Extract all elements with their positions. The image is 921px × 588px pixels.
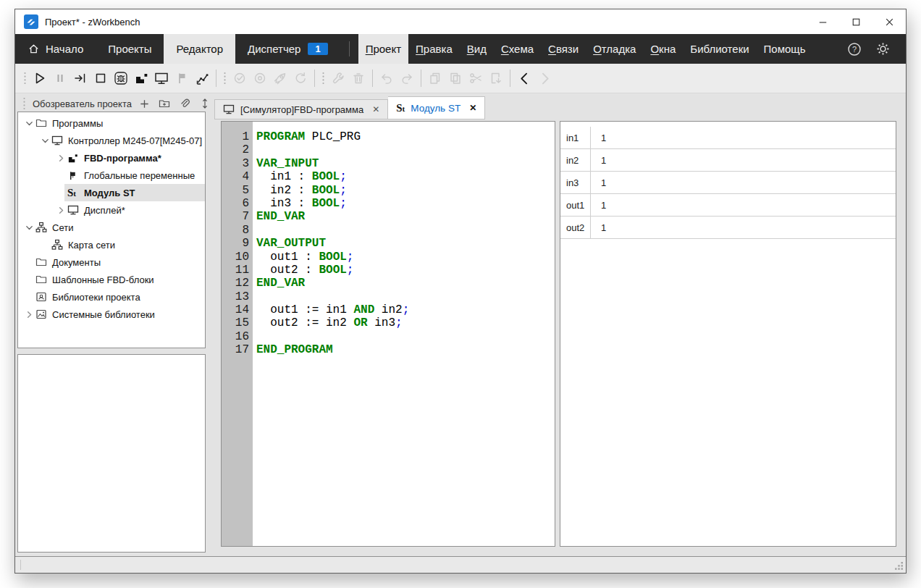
menu-debug[interactable]: Отладка [586,34,643,64]
resize-grip[interactable] [894,561,904,571]
help-button[interactable]: ? [840,41,869,57]
breakpoint-button[interactable] [172,68,192,88]
tree-item-controller[interactable]: Контроллер М245-07[М245-07] [18,132,205,149]
display-button[interactable] [151,68,172,88]
close-button[interactable] [872,9,906,34]
sync-button[interactable] [290,68,311,88]
tree-item-system-libraries[interactable]: Системные библиотеки [18,306,205,323]
settings-button[interactable] [869,41,897,56]
toolbar-separator [314,70,315,87]
chevron-down-icon[interactable] [38,136,51,146]
maximize-button[interactable] [839,9,872,34]
target-button[interactable] [250,68,270,88]
code-line: out2 : BOOL; [256,264,555,277]
pause-button[interactable] [50,68,70,88]
tree-item-st-module[interactable]: StМодуль ST [18,184,205,201]
line-number: 2 [222,143,249,156]
tree-item-fbd-program[interactable]: FBD-программа* [18,149,205,167]
nav-tab-home[interactable]: Начало [15,34,96,64]
run-button[interactable] [30,68,50,88]
code-editor[interactable]: 1234567891011121314151617 PROGRAM PLC_PR… [221,121,555,547]
deploy-button[interactable] [270,68,290,88]
navigate-back-button[interactable] [514,68,534,88]
editor-tab-label: Модуль ST [411,103,460,114]
tree-item-documents[interactable]: Документы [18,253,205,271]
line-number: 12 [222,277,249,290]
watch-row[interactable]: out11 [560,194,896,217]
debug-button[interactable] [111,68,131,88]
menu-help[interactable]: Помощь [757,34,813,64]
watch-row[interactable]: out21 [560,217,896,239]
new-folder-button[interactable] [156,96,173,111]
tree-item-project-libraries[interactable]: Библиотеки проекта [18,288,205,306]
tree-item-fbd-templates[interactable]: Шаблонные FBD-блоки [18,271,205,288]
code-line: PROGRAM PLC_PRG [256,130,555,143]
redo-button[interactable] [397,68,417,88]
code-line [256,330,555,343]
main-nav: НачалоПроектыРедакторДиспетчер1 ПроектПр… [15,34,906,64]
watch-row[interactable]: in31 [560,172,896,194]
expand-collapse-button[interactable] [196,96,214,111]
menu-project[interactable]: Проект [358,34,408,64]
tree-item-global-vars[interactable]: Глобальные переменные [18,167,205,184]
redo-icon [400,71,414,85]
watch-var-value[interactable]: 1 [591,149,896,171]
link-button[interactable] [176,96,193,111]
navigate-forward-button[interactable] [534,68,555,88]
code-line: in1 : BOOL; [256,170,555,183]
step-button[interactable] [70,68,91,88]
close-icon[interactable]: ✕ [469,104,476,112]
copy-button[interactable] [425,68,445,88]
chevron-right-icon[interactable] [54,154,67,163]
trace-icon [195,71,210,86]
configure-button[interactable] [328,68,348,88]
menu-view[interactable]: Вид [460,34,494,64]
watch-row[interactable]: in21 [560,149,896,172]
editor-tab-label: [Симулятор]FBD-программа [240,104,363,115]
toolbar-grip-icon[interactable] [223,71,227,85]
nav-tab-projects[interactable]: Проекты [96,34,164,64]
check-target-button[interactable] [230,68,250,88]
chevron-right-icon[interactable] [54,206,67,215]
paste-special-button[interactable] [486,68,506,88]
nav-tab-label: Диспетчер [248,43,300,55]
editor-tab-fbd-simulator[interactable]: [Симулятор]FBD-программа✕ [214,99,388,119]
tree-item-display[interactable]: Дисплей* [18,201,205,219]
cut-button[interactable] [466,68,486,88]
close-icon[interactable]: ✕ [372,105,379,114]
minimize-button[interactable] [806,9,839,34]
chevron-down-icon[interactable] [22,223,35,232]
step-icon [73,71,88,85]
library-sys-icon [35,308,50,320]
stop-button[interactable] [91,68,111,88]
watch-var-value[interactable]: 1 [591,194,896,216]
paste-button[interactable] [445,68,466,88]
watch-var-value[interactable]: 1 [591,127,896,148]
tree-item-programs[interactable]: Программы [18,114,205,132]
tree-item-network-map[interactable]: Карта сети [18,236,205,253]
trace-button[interactable] [192,68,212,88]
menu-scheme[interactable]: Схема [494,34,541,64]
code-lines: PROGRAM PLC_PRGVAR_INPUT in1 : BOOL; in2… [253,122,555,546]
menu-libraries[interactable]: Библиотеки [683,34,756,64]
menu-edit[interactable]: Правка [408,34,460,64]
toolbar-grip-icon[interactable] [321,71,325,85]
menu-windows[interactable]: Окна [643,34,683,64]
panel-grip-icon[interactable] [22,96,26,111]
display-icon [154,70,169,86]
watch-row[interactable]: in11 [560,127,896,149]
nav-tab-editor[interactable]: Редактор [164,34,235,64]
delete-button[interactable] [348,68,369,88]
toolbar-grip-icon[interactable] [23,71,27,85]
watch-var-value[interactable]: 1 [591,172,896,193]
tree-item-networks[interactable]: Сети [18,219,205,236]
watch-var-value[interactable]: 1 [591,217,896,238]
chevron-right-icon[interactable] [22,310,35,319]
fbd-editor-button[interactable] [131,68,151,88]
add-button[interactable] [136,97,153,111]
menu-links[interactable]: Связи [541,34,586,64]
editor-tab-st-module[interactable]: StМодуль ST✕ [388,96,485,119]
chevron-down-icon[interactable] [22,119,35,128]
undo-button[interactable] [377,68,397,88]
nav-tab-dispatcher[interactable]: Диспетчер1 [235,34,340,64]
